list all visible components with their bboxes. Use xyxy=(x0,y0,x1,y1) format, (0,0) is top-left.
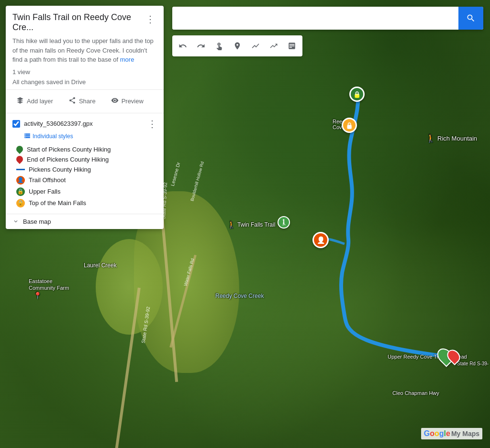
upper-falls-icon: 🔒 xyxy=(16,187,25,196)
layer-menu-button[interactable]: ⋮ xyxy=(147,118,157,130)
base-map-section: Base map xyxy=(6,214,164,229)
search-button[interactable] xyxy=(458,7,483,30)
legend-hiking-label: Pickens County Hiking xyxy=(29,166,91,173)
measure-button[interactable] xyxy=(283,37,301,55)
legend-top-falls: 🔒 Top of the Main Falls xyxy=(16,197,157,209)
end-pin-icon xyxy=(15,154,24,164)
preview-icon xyxy=(111,97,119,106)
search-bar xyxy=(172,7,483,30)
style-icon xyxy=(24,132,31,141)
panel-description: This hike will lead you to the upper fal… xyxy=(12,36,157,65)
panel-title: Twin Falls Trail on Reedy Cove Cre... xyxy=(12,12,140,33)
hand-tool-button[interactable] xyxy=(211,37,228,55)
left-panel: Twin Falls Trail on Reedy Cove Cre... ⋮ … xyxy=(6,6,164,229)
preview-button[interactable]: Preview xyxy=(107,95,147,108)
add-route-button[interactable] xyxy=(265,37,282,55)
legend-start: Start of Pickens County Hiking xyxy=(16,144,157,154)
panel-actions: Add layer Share Preview xyxy=(6,90,164,113)
add-marker-button[interactable] xyxy=(229,37,246,55)
trail-offshoot-marker[interactable]: 👤 xyxy=(312,232,329,248)
legend-trail-offshoot-label: Trail Offshoot xyxy=(29,176,66,184)
map-container: State Rd S-39-92 State Rd S-39-92 Lesesn… xyxy=(0,0,490,448)
layer-name-row: activity_5360623397.gpx xyxy=(12,120,93,128)
undo-button[interactable] xyxy=(174,37,191,55)
twin-falls-icon[interactable]: 🚶 xyxy=(278,216,290,229)
legend-upper-falls-label: Upper Falls xyxy=(29,188,60,195)
start-pin-icon xyxy=(15,144,24,154)
panel-views: 1 view xyxy=(12,68,157,76)
legend-trail-offshoot: 👤 Trail Offshoot xyxy=(16,175,157,186)
layer-section: activity_5360623397.gpx ⋮ Individual sty… xyxy=(6,113,164,214)
hiking-line-icon xyxy=(16,169,25,170)
redo-button[interactable] xyxy=(192,37,210,55)
share-button[interactable]: Share xyxy=(65,95,100,108)
upper-falls-marker[interactable]: 🔒 xyxy=(349,87,365,102)
layer-checkbox[interactable] xyxy=(12,120,20,128)
reedy-ent-marker[interactable]: 🔒 xyxy=(342,118,357,133)
layer-title: activity_5360623397.gpx xyxy=(24,120,93,127)
legend-end: End of Pickens County Hiking xyxy=(16,154,157,164)
legend-upper-falls: 🔒 Upper Falls xyxy=(16,186,157,197)
legend-end-label: End of Pickens County Hiking xyxy=(27,156,109,163)
base-map-label: Base map xyxy=(23,218,51,225)
legend-top-falls-label: Top of the Main Falls xyxy=(29,199,86,207)
draw-path-button[interactable] xyxy=(247,37,264,55)
panel-header: Twin Falls Trail on Reedy Cove Cre... ⋮ … xyxy=(6,6,164,90)
panel-more-menu[interactable]: ⋮ xyxy=(144,12,157,26)
individual-styles-button[interactable]: Individual styles xyxy=(24,132,157,141)
trail-offshoot-icon: 👤 xyxy=(16,176,25,185)
top-falls-icon: 🔒 xyxy=(16,199,25,208)
map-toolbar xyxy=(172,35,302,56)
google-logo: Google My Maps xyxy=(421,428,482,439)
panel-title-row: Twin Falls Trail on Reedy Cove Cre... ⋮ xyxy=(12,12,157,33)
my-maps-text: My Maps xyxy=(451,430,479,437)
field-clearing-2 xyxy=(96,239,163,335)
layer-header: activity_5360623397.gpx ⋮ xyxy=(12,118,157,130)
legend-start-label: Start of Pickens County Hiking xyxy=(27,146,111,153)
base-map-chevron-icon xyxy=(12,218,19,225)
panel-saved-status: All changes saved in Drive xyxy=(12,78,157,86)
add-layer-icon xyxy=(16,97,24,106)
trailhead-second-pin[interactable] xyxy=(448,349,459,363)
panel-more-link[interactable]: more xyxy=(120,56,134,63)
add-layer-button[interactable]: Add layer xyxy=(12,95,57,108)
share-icon xyxy=(68,97,76,106)
legend-hiking: Pickens County Hiking xyxy=(16,164,157,175)
base-map-toggle[interactable]: Base map xyxy=(12,218,157,225)
search-input[interactable] xyxy=(172,7,458,30)
